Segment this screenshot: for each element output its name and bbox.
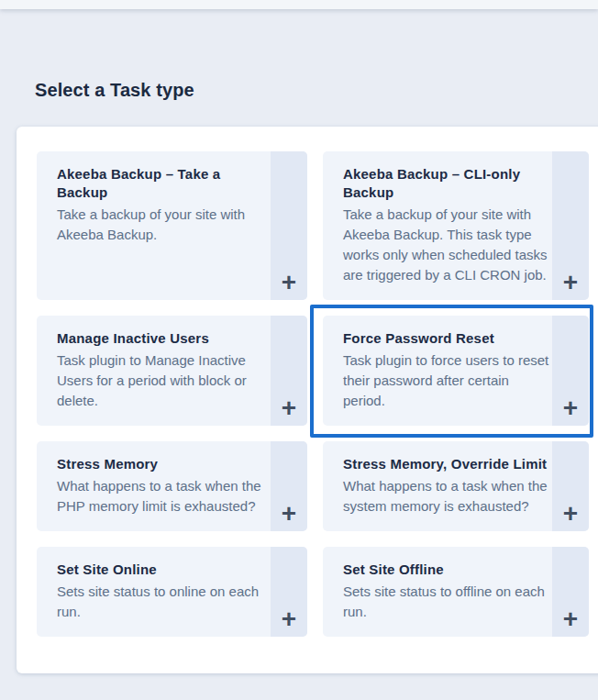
task-type-title: Stress Memory xyxy=(57,455,271,473)
add-task-button[interactable]: + xyxy=(271,441,307,531)
add-task-button[interactable]: + xyxy=(552,441,589,531)
task-type-card[interactable]: Force Password Reset Task plugin to forc… xyxy=(323,316,589,426)
task-type-description: Task plugin to Manage Inactive Users for… xyxy=(57,350,271,411)
task-type-card-body: Stress Memory, Override Limit What happe… xyxy=(323,441,552,531)
task-type-card[interactable]: Set Site Online Sets site status to onli… xyxy=(37,547,307,637)
task-type-card[interactable]: Manage Inactive Users Task plugin to Man… xyxy=(37,316,307,426)
task-type-title: Akeeba Backup – CLI-only Backup xyxy=(343,165,552,202)
task-type-description: Sets site status to online on each run. xyxy=(57,582,271,622)
task-type-description: What happens to a task when the system m… xyxy=(343,476,552,517)
task-type-card-body: Set Site Online Sets site status to onli… xyxy=(37,547,271,637)
task-type-title: Set Site Offline xyxy=(343,561,552,579)
task-type-description: Task plugin to force users to reset thei… xyxy=(343,350,552,411)
add-task-button[interactable]: + xyxy=(552,547,589,637)
page-title: Select a Task type xyxy=(35,78,598,103)
add-task-button[interactable]: + xyxy=(552,316,589,426)
top-toolbar-edge xyxy=(0,0,598,9)
task-type-panel: Akeeba Backup – Take a Backup Take a bac… xyxy=(17,127,598,673)
plus-icon: + xyxy=(563,501,578,527)
task-type-description: Take a backup of your site with Akeeba B… xyxy=(343,205,552,285)
task-type-card[interactable]: Stress Memory What happens to a task whe… xyxy=(37,441,307,531)
plus-icon: + xyxy=(563,395,578,421)
add-task-button[interactable]: + xyxy=(271,547,307,637)
task-type-title: Manage Inactive Users xyxy=(57,329,271,348)
task-type-title: Set Site Online xyxy=(57,561,271,579)
plus-icon: + xyxy=(563,606,578,632)
task-type-card[interactable]: Stress Memory, Override Limit What happe… xyxy=(323,441,589,531)
task-type-grid: Akeeba Backup – Take a Backup Take a bac… xyxy=(37,151,589,637)
task-type-title: Akeeba Backup – Take a Backup xyxy=(57,165,271,202)
add-task-button[interactable]: + xyxy=(552,151,589,300)
task-type-title: Force Password Reset xyxy=(343,329,552,348)
task-type-card[interactable]: Set Site Offline Sets site status to off… xyxy=(323,547,589,637)
plus-icon: + xyxy=(282,501,296,527)
task-type-card-body: Manage Inactive Users Task plugin to Man… xyxy=(37,316,271,426)
task-type-description: Sets site status to offline on each run. xyxy=(343,582,552,622)
task-type-description: What happens to a task when the PHP memo… xyxy=(57,476,271,517)
task-type-description: Take a backup of your site with Akeeba B… xyxy=(57,205,271,245)
add-task-button[interactable]: + xyxy=(271,151,307,300)
plus-icon: + xyxy=(282,606,296,632)
plus-icon: + xyxy=(282,395,296,421)
plus-icon: + xyxy=(282,270,296,295)
add-task-button[interactable]: + xyxy=(271,316,307,426)
task-type-card-body: Force Password Reset Task plugin to forc… xyxy=(323,316,552,426)
task-type-card[interactable]: Akeeba Backup – Take a Backup Take a bac… xyxy=(37,151,307,300)
task-type-card-body: Akeeba Backup – CLI-only Backup Take a b… xyxy=(323,151,552,300)
task-type-card-body: Akeeba Backup – Take a Backup Take a bac… xyxy=(37,151,271,300)
task-type-title: Stress Memory, Override Limit xyxy=(343,455,552,473)
task-type-card[interactable]: Akeeba Backup – CLI-only Backup Take a b… xyxy=(323,151,589,300)
task-type-card-body: Stress Memory What happens to a task whe… xyxy=(37,441,271,531)
task-type-card-body: Set Site Offline Sets site status to off… xyxy=(323,547,552,637)
plus-icon: + xyxy=(563,270,578,295)
